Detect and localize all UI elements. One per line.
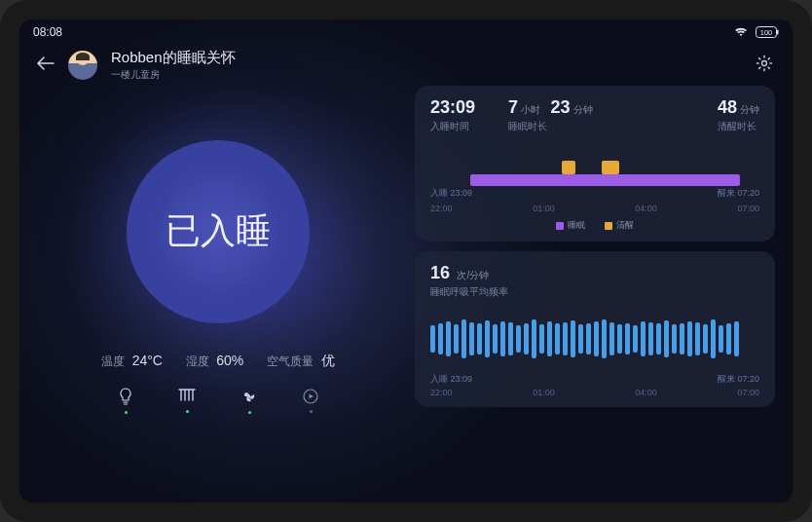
bedtime-stat: 23:09 入睡时间	[430, 97, 475, 133]
status-dot	[186, 410, 189, 413]
breath-bar	[664, 320, 669, 357]
left-panel: 已入睡 温度 24°C 湿度 60% 空气质量 优	[37, 86, 399, 487]
tick: 04:00	[635, 204, 657, 213]
tablet-frame: 08:08 100 Robben的睡眠关怀	[0, 0, 812, 522]
breath-bar	[461, 319, 466, 358]
breath-unit: 次/分钟	[457, 270, 489, 280]
legend-sleep: 睡眠	[556, 219, 585, 232]
air-value: 优	[321, 353, 335, 368]
battery-level: 100	[760, 28, 773, 37]
breath-bar	[687, 321, 692, 356]
right-panel: 23:09 入睡时间 7小时 23分钟 睡眠时长 48分钟	[415, 86, 775, 487]
breath-bar	[617, 324, 622, 354]
breath-bar	[438, 323, 443, 354]
duration-h: 7	[508, 97, 518, 117]
breath-bar	[672, 324, 677, 354]
breath-bar	[656, 323, 661, 354]
breath-bar	[539, 324, 544, 354]
light-button[interactable]	[118, 388, 133, 414]
fan-button[interactable]	[240, 388, 258, 414]
sleep-legend: 睡眠 清醒	[430, 219, 759, 232]
end-marker: 醒来 07:20	[718, 373, 759, 386]
bedtime-value: 23:09	[430, 97, 475, 117]
breath-bar	[454, 324, 459, 354]
sleep-status-text: 已入睡	[166, 207, 271, 255]
clock: 08:08	[33, 25, 62, 39]
temp-value: 24°C	[132, 353, 163, 368]
back-button[interactable]	[37, 56, 55, 74]
content: 已入睡 温度 24°C 湿度 60% 空气质量 优	[19, 86, 793, 499]
awake-label: 清醒时长	[718, 120, 759, 133]
breath-bar	[469, 322, 474, 355]
avatar	[68, 51, 97, 80]
duration-h-unit: 小时	[521, 104, 540, 115]
sleep-stats-row: 23:09 入睡时间 7小时 23分钟 睡眠时长 48分钟	[430, 97, 759, 133]
breath-bar	[648, 322, 653, 355]
breath-bar	[430, 325, 435, 353]
breath-bar	[609, 322, 614, 355]
x-axis-ticks: 22:00 01:00 04:00 07:00	[430, 388, 759, 397]
page-title: Robben的睡眠关怀	[111, 49, 775, 67]
status-right: 100	[734, 26, 779, 38]
duration-m: 23	[551, 97, 571, 117]
duration-label: 睡眠时长	[508, 120, 593, 133]
breath-bar	[625, 323, 630, 354]
breath-bar	[516, 325, 521, 353]
bulb-icon	[118, 388, 133, 405]
status-dot	[310, 410, 313, 413]
breath-range-labels: 入睡 23:09 醒来 07:20	[430, 373, 759, 386]
breath-value: 16	[430, 263, 450, 282]
breath-bar	[719, 325, 723, 353]
curtain-icon	[178, 389, 196, 404]
duration-stat: 7小时 23分钟 睡眠时长	[508, 97, 593, 133]
bedtime-label: 入睡时间	[430, 120, 475, 133]
sleep-bar	[470, 174, 740, 186]
awake-segment	[602, 161, 619, 174]
air-label: 空气质量	[267, 354, 314, 368]
sleep-status-circle: 已入睡	[127, 140, 310, 323]
tick: 04:00	[635, 388, 657, 397]
tick: 22:00	[430, 388, 453, 397]
air-block: 空气质量 优	[267, 353, 334, 370]
breath-chart-card[interactable]: 16 次/分钟 睡眠呼吸平均频率 入睡 23:09 醒来 07:20 22:00…	[415, 251, 775, 407]
breath-header: 16 次/分钟	[430, 263, 759, 283]
sleep-chart-card[interactable]: 23:09 入睡时间 7小时 23分钟 睡眠时长 48分钟	[415, 86, 775, 242]
sleep-timeline-chart: 入睡 23:09 醒来 07:20 22:00 01:00 04:00 07:0…	[430, 143, 759, 213]
breath-label: 睡眠呼吸平均频率	[430, 285, 759, 299]
breath-bar	[633, 325, 638, 353]
music-button[interactable]	[303, 389, 318, 413]
awake-value: 48	[718, 97, 737, 117]
room-label: 一楼儿童房	[111, 68, 775, 82]
breath-bar	[493, 324, 498, 354]
curtain-button[interactable]	[178, 389, 196, 413]
start-marker: 入睡 23:09	[430, 187, 472, 200]
environment-row: 温度 24°C 湿度 60% 空气质量 优	[101, 353, 334, 370]
breath-bar	[477, 323, 482, 354]
legend-swatch	[605, 222, 612, 230]
svg-rect-1	[777, 30, 779, 35]
breath-bar	[578, 324, 583, 354]
tick: 07:00	[737, 204, 759, 213]
breath-bar	[500, 321, 505, 356]
play-icon	[303, 389, 318, 404]
temp-label: 温度	[101, 354, 125, 368]
header: Robben的睡眠关怀 一楼儿童房	[19, 41, 793, 86]
temp-block: 温度 24°C	[101, 353, 163, 370]
breath-bar	[703, 324, 708, 354]
breath-bar	[508, 322, 513, 355]
tick: 22:00	[430, 204, 453, 213]
legend-awake: 清醒	[605, 219, 634, 232]
breath-bar	[711, 319, 716, 358]
tick: 07:00	[737, 388, 759, 397]
breath-bar-chart	[430, 307, 759, 371]
legend-swatch	[556, 222, 564, 230]
breath-bar	[734, 321, 739, 356]
breath-bar	[563, 322, 568, 355]
breath-bar	[695, 322, 700, 355]
x-axis-ticks: 22:00 01:00 04:00 07:00	[430, 204, 759, 213]
end-marker: 醒来 07:20	[718, 187, 759, 200]
settings-button[interactable]	[756, 55, 773, 76]
svg-point-2	[762, 61, 767, 66]
fan-icon	[240, 388, 258, 405]
awake-stat: 48分钟 清醒时长	[718, 97, 759, 133]
